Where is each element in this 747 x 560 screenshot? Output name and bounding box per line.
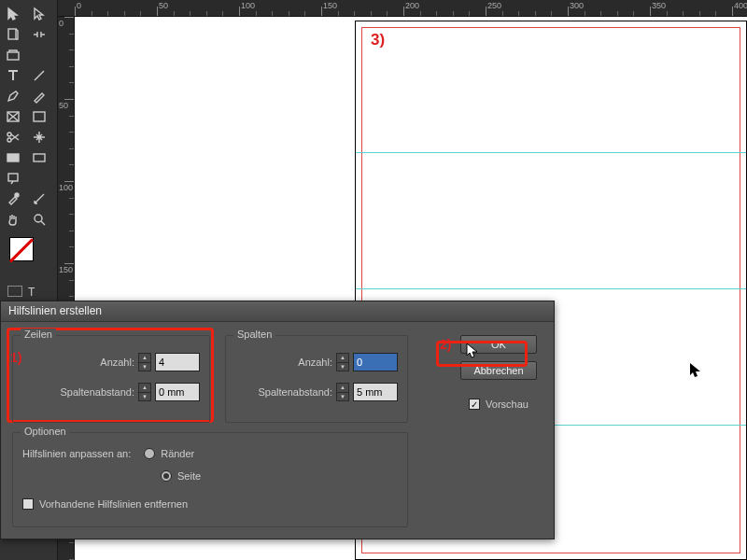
type-tool[interactable] [0, 65, 26, 86]
rows-count-spinner[interactable]: ▲▼ [138, 353, 151, 371]
create-guides-dialog: Hilfslinien erstellen 1) Zeilen Anzahl: … [0, 301, 555, 539]
rectangle-tool[interactable] [26, 106, 52, 127]
cancel-button[interactable]: Abbrechen [460, 361, 537, 380]
rectangle-frame-tool[interactable] [0, 106, 26, 127]
pen-tool[interactable] [0, 86, 26, 106]
pencil-tool[interactable] [26, 86, 52, 106]
cols-gutter-spinner[interactable]: ▲▼ [336, 383, 349, 401]
rows-legend: Zeilen [21, 329, 56, 340]
measure-tool[interactable] [26, 189, 52, 209]
rows-count-input[interactable] [155, 353, 200, 371]
note-tool[interactable] [0, 168, 26, 189]
svg-point-4 [7, 133, 11, 136]
svg-rect-3 [34, 112, 45, 121]
rows-group: Zeilen Anzahl: ▲▼ Spaltenabstand: ▲▼ [12, 335, 210, 423]
gap-tool[interactable] [26, 24, 52, 45]
options-legend: Optionen [21, 426, 70, 437]
annotation-2: 2) [440, 337, 451, 352]
preview-label: Vorschau [486, 399, 529, 410]
svg-point-5 [7, 138, 11, 142]
cols-count-input[interactable] [353, 353, 398, 371]
line-tool[interactable] [26, 65, 52, 86]
horizontal-ruler[interactable]: 050100150200250300350400 [58, 0, 747, 17]
columns-legend: Spalten [233, 329, 275, 340]
fit-page-radio[interactable]: Seite [161, 470, 201, 482]
page-tool[interactable] [0, 24, 26, 45]
options-group: Optionen Hilfslinien anpassen an: Ränder… [12, 432, 408, 527]
direct-selection-tool[interactable] [26, 4, 52, 24]
svg-rect-8 [8, 174, 18, 181]
fill-stroke-swatch[interactable] [9, 237, 47, 274]
svg-point-9 [15, 193, 19, 197]
rows-gutter-spinner[interactable]: ▲▼ [138, 383, 151, 401]
eyedropper-tool[interactable] [0, 189, 26, 209]
scissors-tool[interactable] [0, 127, 26, 147]
hand-tool[interactable] [0, 209, 26, 230]
cols-gutter-input[interactable] [353, 383, 398, 401]
svg-rect-0 [8, 29, 16, 39]
guide-line[interactable] [356, 288, 746, 289]
cols-count-label: Anzahl: [267, 357, 332, 368]
cols-count-spinner[interactable]: ▲▼ [336, 353, 349, 371]
zoom-tool[interactable] [26, 209, 52, 230]
transform-tool[interactable] [26, 127, 52, 147]
remove-existing-checkbox[interactable]: Vorhandene Hilfslinien entfernen [22, 498, 188, 510]
svg-rect-7 [34, 154, 45, 161]
rows-gutter-label: Spaltenabstand: [50, 386, 134, 398]
rows-gutter-input[interactable] [155, 383, 200, 401]
svg-point-10 [35, 215, 42, 222]
apply-text-icon[interactable]: T [28, 286, 35, 299]
rows-count-label: Anzahl: [60, 357, 134, 368]
selection-tool[interactable] [0, 4, 26, 24]
svg-rect-1 [7, 52, 19, 60]
fit-guides-label: Hilfslinien anpassen an: [22, 448, 131, 459]
gradient-swatch-tool[interactable] [0, 147, 26, 168]
guide-line[interactable] [356, 152, 746, 153]
annotation-3: 3) [371, 31, 385, 49]
gradient-feather-tool[interactable] [26, 147, 52, 168]
remove-existing-label: Vorhandene Hilfslinien entfernen [39, 498, 188, 510]
content-collector-tool[interactable] [0, 45, 26, 65]
svg-rect-6 [7, 154, 19, 161]
preview-checkbox[interactable]: ✓ Vorschau [469, 399, 529, 410]
columns-group: Spalten Anzahl: ▲▼ Spaltenabstand: ▲▼ [225, 335, 408, 423]
cols-gutter-label: Spaltenabstand: [248, 386, 332, 398]
apply-container-icon[interactable] [7, 286, 22, 297]
fit-margins-radio[interactable]: Ränder [144, 448, 194, 459]
dialog-title[interactable]: Hilfslinien erstellen [1, 301, 554, 322]
